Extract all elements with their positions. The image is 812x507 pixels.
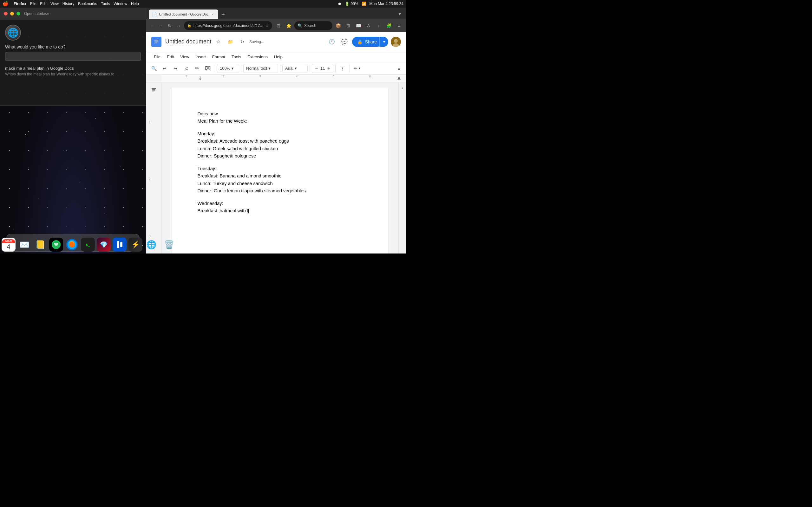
svg-rect-16 — [154, 41, 158, 42]
dock-firefox[interactable] — [65, 238, 79, 251]
menubar-history[interactable]: History — [62, 2, 74, 6]
menubar-tools[interactable]: Tools — [101, 2, 110, 6]
svg-rect-17 — [154, 42, 158, 43]
dock-rubymine[interactable]: 💎 — [97, 238, 111, 251]
tab-close-button[interactable]: × — [211, 12, 215, 16]
dock-notes[interactable]: 📒 — [33, 238, 47, 251]
left-sidebar-border — [161, 82, 161, 253]
apple-menu[interactable]: 🍎 — [3, 1, 9, 7]
new-tab-button[interactable]: + — [219, 10, 228, 19]
collections-icon[interactable]: ⊞ — [344, 21, 353, 30]
toolbar-divider-4 — [310, 65, 310, 72]
menu-icon[interactable]: ≡ — [395, 21, 403, 30]
address-bar[interactable]: 🔒 https://docs.google.com/document/d/1Z.… — [184, 21, 272, 30]
menubar-bookmarks[interactable]: Bookmarks — [78, 2, 97, 6]
docs-toolbar: 🔍 ↩ ↪ 🖨 ✏ ⌧ 100% ▾ Normal text ▾ Arial ▾ — [146, 62, 406, 75]
toolbar-font[interactable]: Arial ▾ — [282, 64, 308, 73]
menubar: 🍎 Firefox File Edit View History Bookmar… — [0, 0, 406, 8]
dock-sublime[interactable]: ⚡ — [129, 238, 142, 251]
menubar-help[interactable]: Help — [131, 2, 139, 6]
comment-icon[interactable]: 💬 — [339, 37, 350, 47]
dock-calendar[interactable]: MAR 4 — [2, 238, 15, 251]
menubar-edit[interactable]: Edit — [40, 2, 47, 6]
docs-menu-format[interactable]: Format — [210, 53, 228, 60]
docs-scroll-area[interactable]: Docs.new Meal Plan for the Week: Monday:… — [161, 82, 398, 253]
search-box[interactable]: 🔍 Search — [294, 21, 333, 30]
dock-container: 🐻 MAR 4 ✉️ 📒 $_ 💎 ⚡ 🌐 🗑️ — [0, 231, 146, 253]
star-icon[interactable]: ☆ — [213, 37, 223, 47]
maximize-button[interactable] — [16, 12, 20, 15]
reader-icon[interactable]: 📖 — [354, 21, 363, 30]
dock-trello[interactable] — [113, 238, 126, 251]
right-sidebar-collapse[interactable]: › — [399, 85, 406, 91]
toolbar-paintformat[interactable]: ✏ — [192, 64, 202, 73]
toolbar-text-style[interactable]: Normal text ▾ — [243, 64, 278, 73]
menubar-window[interactable]: Window — [113, 2, 127, 6]
menubar-firefox[interactable]: Firefox — [14, 2, 26, 6]
wednesday-breakfast-text: Breakfast: oatmeal with f — [198, 208, 248, 213]
tab-list-chevron[interactable]: ▾ — [396, 10, 403, 18]
toolbar-collapse-button[interactable]: ▲ — [395, 64, 403, 73]
prompt-input[interactable] — [5, 52, 141, 61]
user-avatar[interactable] — [391, 37, 401, 47]
document-page[interactable]: Docs.new Meal Plan for the Week: Monday:… — [172, 88, 388, 253]
ruler-mark-1: 1 — [186, 75, 188, 78]
dock-mail[interactable]: ✉️ — [17, 238, 32, 251]
fontsize-plus-button[interactable]: + — [325, 65, 332, 72]
toolbar-redo[interactable]: ↪ — [170, 64, 181, 73]
translate-icon[interactable]: A — [364, 21, 373, 30]
extensions-icon[interactable]: 🧩 — [385, 21, 393, 30]
move-to-drive-icon[interactable]: 📁 — [225, 37, 235, 47]
tab-stop-indicator — [198, 75, 202, 82]
docs-menu-file[interactable]: File — [151, 53, 163, 60]
menubar-view[interactable]: View — [50, 2, 59, 6]
toolbar-zoom[interactable]: 100% ▾ — [217, 64, 239, 73]
fontsize-minus-button[interactable]: − — [313, 65, 320, 72]
docs-menu-extensions[interactable]: Extensions — [245, 53, 270, 60]
back-button[interactable]: ← — [149, 21, 156, 30]
toolbar-search[interactable]: 🔍 — [149, 64, 159, 73]
bookmark-icon[interactable]: ⭐ — [284, 21, 293, 30]
toolbar-fontsize[interactable]: − 11 + — [312, 64, 334, 73]
close-button[interactable] — [4, 12, 8, 15]
docs-menu-insert[interactable]: Insert — [193, 53, 208, 60]
menubar-file[interactable]: File — [30, 2, 36, 6]
bookmark-star-icon[interactable]: ☆ — [265, 23, 269, 28]
history-icon[interactable]: 🕐 — [327, 37, 337, 47]
share-button[interactable]: 🔒 Share — [352, 37, 382, 47]
svg-rect-23 — [152, 88, 156, 89]
doc-line-monday-lunch: Lunch: Greek salad with grilled chicken — [198, 145, 362, 153]
toolbar-undo[interactable]: ↩ — [159, 64, 170, 73]
dock-trash[interactable]: 🗑️ — [162, 238, 176, 251]
dock-spotify[interactable] — [49, 238, 63, 251]
doc-line-1: Meal Plan for the Week: — [198, 118, 362, 125]
document-title[interactable]: Untitled document — [165, 38, 211, 45]
active-tab[interactable]: 📄 Untitled document - Google Doc × — [149, 9, 218, 19]
minimize-button[interactable] — [10, 12, 14, 15]
tab-label: Untitled document - Google Doc — [159, 12, 209, 16]
ruler-right-marker — [397, 75, 401, 82]
sync-icon[interactable]: ↕ — [374, 21, 383, 30]
doc-line-tuesday-breakfast: Breakfast: Banana and almond smoothie — [198, 172, 362, 180]
docs-menu-edit[interactable]: Edit — [164, 53, 176, 60]
container-icon[interactable]: ⊡ — [274, 21, 283, 30]
toolbar-edit-mode[interactable]: ✏ ▾ — [352, 64, 362, 73]
refresh-button[interactable]: ↻ — [166, 21, 173, 30]
page-number-2: 2 — [149, 177, 151, 181]
forward-button[interactable]: → — [158, 21, 165, 30]
dock-terminal[interactable]: $_ — [81, 238, 95, 251]
outline-icon[interactable] — [149, 85, 159, 95]
gdocs-header: Untitled document ☆ 📁 ↻ Saving... 🕐 💬 🔒 … — [146, 32, 406, 52]
home-button[interactable]: ⌂ — [175, 21, 182, 30]
dock: 🐻 MAR 4 ✉️ 📒 $_ 💎 ⚡ 🌐 🗑️ — [0, 231, 146, 253]
docs-menu-tools[interactable]: Tools — [229, 53, 244, 60]
pocket-icon[interactable]: 📦 — [334, 21, 343, 30]
docs-ruler: 1 2 3 4 5 6 — [146, 75, 406, 82]
docs-menu-view[interactable]: View — [177, 53, 192, 60]
toolbar-more[interactable]: ⋮ — [338, 64, 348, 73]
docs-menu-help[interactable]: Help — [271, 53, 285, 60]
dock-globe[interactable]: 🌐 — [144, 238, 158, 251]
share-dropdown-button[interactable]: ▾ — [379, 37, 388, 47]
toolbar-print[interactable]: 🖨 — [181, 64, 191, 73]
toolbar-formatclear[interactable]: ⌧ — [203, 64, 213, 73]
